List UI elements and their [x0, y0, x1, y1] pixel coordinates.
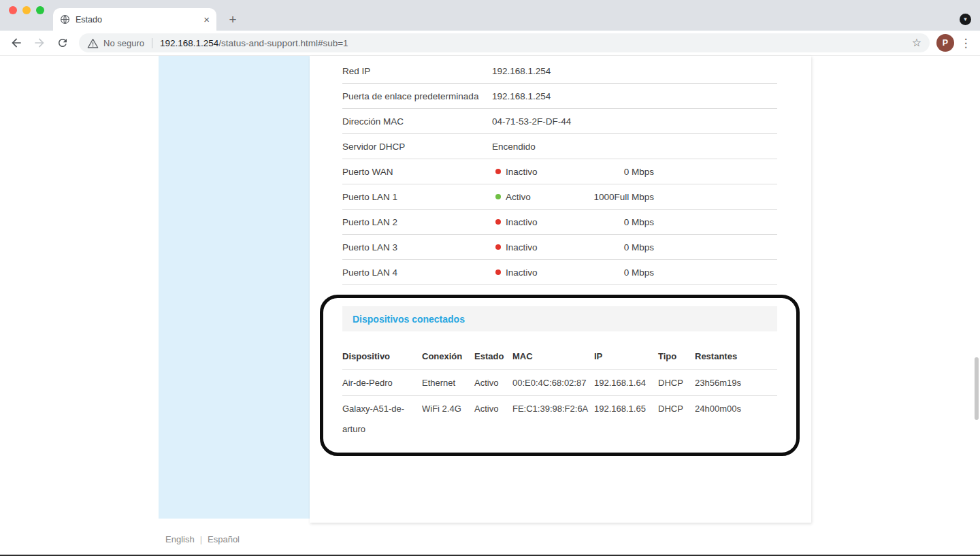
status-label: Dirección MAC	[342, 116, 492, 127]
column-header: Conexión	[422, 351, 474, 361]
device-row: Air-de-Pedro Ethernet Activo 00:E0:4C:68…	[342, 370, 777, 396]
column-header: Dispositivo	[342, 351, 422, 361]
globe-favicon-icon	[60, 14, 70, 24]
address-bar[interactable]: No seguro 192.168.1.254/status-and-suppo…	[79, 33, 930, 52]
port-status: Inactivo	[492, 217, 581, 227]
status-row: Servidor DHCP Encendido	[342, 134, 777, 159]
column-header: IP	[594, 351, 658, 361]
status-label: Puerta de enlace predeterminada	[342, 91, 492, 101]
scrollbar-thumb[interactable]	[975, 357, 979, 420]
port-row: Puerto LAN 4 Inactivo 0 Mbps	[342, 260, 777, 285]
device-type: DHCP	[658, 399, 695, 419]
port-speed: 1000Full Mbps	[581, 192, 654, 202]
device-connection: WiFi 2.4G	[422, 399, 474, 419]
device-mac: FE:C1:39:98:F2:6A	[512, 399, 594, 419]
language-link-espanol[interactable]: Español	[208, 534, 240, 544]
tab-search-icon[interactable]: ▾	[960, 14, 971, 25]
devices-table-header-row: Dispositivo Conexión Estado MAC IP Tipo …	[342, 344, 777, 370]
language-link-english[interactable]: English	[165, 534, 195, 544]
port-speed: 0 Mbps	[581, 242, 654, 252]
port-status: Activo	[492, 192, 581, 202]
tab-close-icon[interactable]: ×	[203, 14, 210, 24]
omnibox-divider	[152, 38, 152, 48]
device-name: Air-de-Pedro	[342, 378, 422, 388]
port-status-text: Inactivo	[506, 242, 538, 252]
language-footer: English | Español	[165, 532, 240, 546]
port-status-icon	[495, 194, 501, 199]
url-path: /status-and-support.html#sub=1	[218, 38, 348, 48]
status-row: Dirección MAC 04-71-53-2F-DF-44	[342, 109, 777, 134]
column-header: MAC	[512, 351, 594, 361]
port-label: Puerto LAN 2	[342, 217, 492, 227]
status-label: Red IP	[342, 66, 492, 76]
port-label: Puerto WAN	[342, 167, 492, 177]
port-status-icon	[495, 269, 501, 275]
device-lease: 24h00m00s	[695, 399, 777, 419]
status-value: Encendido	[492, 142, 777, 152]
devices-table: Dispositivo Conexión Estado MAC IP Tipo …	[342, 344, 777, 442]
port-label: Puerto LAN 3	[342, 242, 492, 252]
status-value: 192.168.1.254	[492, 91, 777, 101]
main-panel: Red IP 192.168.1.254 Puerta de enlace pr…	[310, 56, 811, 523]
status-table: Red IP 192.168.1.254 Puerta de enlace pr…	[342, 59, 777, 285]
column-header: Estado	[474, 351, 512, 361]
connected-devices-title: Dispositivos conectados	[353, 314, 465, 325]
status-value: 04-71-53-2F-DF-44	[492, 116, 777, 127]
window-minimize-button[interactable]	[22, 6, 31, 14]
port-status: Inactivo	[492, 267, 581, 278]
sidebar	[159, 56, 310, 519]
back-button[interactable]	[7, 33, 26, 52]
device-status: Activo	[474, 378, 512, 388]
port-status-text: Inactivo	[506, 217, 538, 227]
port-status-text: Inactivo	[506, 167, 538, 177]
window-controls	[9, 6, 44, 14]
port-row: Puerto LAN 1 Activo 1000Full Mbps	[342, 184, 777, 210]
tab-title: Estado	[76, 15, 198, 24]
tab-strip: Estado × + ▾	[0, 0, 980, 31]
port-row: Puerto WAN Inactivo 0 Mbps	[342, 159, 777, 184]
window-zoom-button[interactable]	[36, 6, 44, 14]
column-header: Restantes	[695, 351, 777, 361]
port-status-icon	[495, 219, 501, 225]
port-label: Puerto LAN 4	[342, 267, 492, 278]
url-text: 192.168.1.254/status-and-support.html#su…	[160, 38, 907, 48]
device-type: DHCP	[658, 378, 695, 388]
device-status: Activo	[474, 399, 512, 419]
reload-button[interactable]	[53, 33, 72, 52]
port-row: Puerto LAN 3 Inactivo 0 Mbps	[342, 235, 777, 260]
status-value: 192.168.1.254	[492, 66, 777, 76]
device-ip: 192.168.1.65	[594, 399, 658, 419]
port-row: Puerto LAN 2 Inactivo 0 Mbps	[342, 210, 777, 235]
url-host: 192.168.1.254	[160, 38, 218, 48]
browser-tab[interactable]: Estado ×	[53, 8, 216, 31]
bookmark-star-icon[interactable]: ☆	[912, 37, 921, 48]
page-content: Red IP 192.168.1.254 Puerta de enlace pr…	[0, 56, 980, 556]
status-row: Puerta de enlace predeterminada 192.168.…	[342, 84, 777, 109]
port-status: Inactivo	[492, 167, 581, 177]
connected-devices-header: Dispositivos conectados	[342, 306, 777, 331]
status-label: Servidor DHCP	[342, 142, 492, 152]
browser-menu-icon[interactable]: ⋮	[958, 36, 973, 50]
port-status: Inactivo	[492, 242, 581, 252]
not-secure-warning-icon[interactable]	[87, 38, 99, 48]
browser-toolbar: No seguro 192.168.1.254/status-and-suppo…	[0, 31, 980, 56]
footer-separator: |	[200, 534, 202, 544]
device-ip: 192.168.1.64	[594, 378, 658, 388]
not-secure-label[interactable]: No seguro	[103, 38, 144, 48]
device-lease: 23h56m19s	[695, 378, 777, 388]
port-status-icon	[495, 244, 501, 250]
port-speed: 0 Mbps	[581, 217, 654, 227]
profile-avatar[interactable]: P	[936, 34, 954, 52]
column-header: Tipo	[658, 351, 695, 361]
port-label: Puerto LAN 1	[342, 192, 492, 202]
device-mac: 00:E0:4C:68:02:87	[512, 378, 594, 388]
window-close-button[interactable]	[9, 6, 17, 14]
port-status-text: Activo	[506, 192, 531, 202]
status-row: Red IP 192.168.1.254	[342, 59, 777, 84]
device-connection: Ethernet	[422, 378, 474, 388]
port-status-text: Inactivo	[506, 267, 538, 278]
device-row: Galaxy-A51-de-arturo WiFi 2.4G Activo FE…	[342, 396, 777, 442]
forward-button[interactable]	[30, 33, 49, 52]
new-tab-button[interactable]: +	[225, 12, 240, 27]
device-name: Galaxy-A51-de-arturo	[342, 399, 422, 440]
